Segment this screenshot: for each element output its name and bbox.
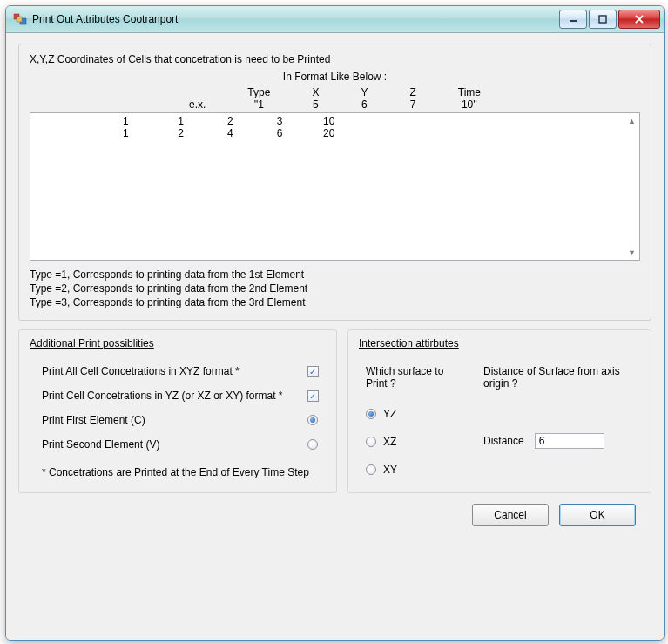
example-z: 7	[388, 98, 436, 111]
cancel-button[interactable]: Cancel	[472, 504, 549, 526]
opt-yz-label: Print Cell Concetrations in YZ (or XZ or…	[30, 390, 300, 402]
checkbox-yz[interactable]: ✓	[307, 390, 319, 402]
radio-xy-row: XY	[366, 458, 466, 482]
intersection-body: Which surface to Print ? YZ XZ XY	[359, 365, 640, 482]
example-y: 6	[340, 98, 388, 111]
radio-surface-xy[interactable]	[366, 464, 376, 475]
example-type: ''1	[226, 98, 291, 111]
radio-xz-row: XZ	[366, 430, 466, 454]
opt-first-label: Print First Element (C)	[30, 414, 300, 426]
intersection-group-title: Intersection attirbutes	[359, 337, 640, 349]
maximize-button[interactable]	[589, 10, 617, 29]
format-label-row: In Format Like Below :	[30, 71, 640, 83]
svg-rect-2	[17, 17, 22, 22]
opt-all-xyz-row: Print All Cell Concetrations in XYZ form…	[30, 365, 326, 377]
radio-surface-xz[interactable]	[366, 437, 376, 447]
dialog-content: X,Y,Z Coordinates of Cells that concetra…	[6, 33, 664, 640]
distance-label: Distance	[483, 435, 524, 447]
example-label: e.x.	[168, 98, 226, 111]
opt-yz-row: Print Cell Concetrations in YZ (or XZ or…	[30, 390, 326, 402]
opt-second-label: Print Second Element (V)	[30, 438, 300, 451]
note-2: Type =2, Corresponds to printing data fr…	[30, 281, 640, 295]
coords-textarea[interactable]: ▲ ▼ 1 1 2 3 10 1 2 4 6	[30, 112, 640, 261]
additional-group: Additional Print possiblities Print All …	[18, 329, 337, 493]
col-x: X	[291, 86, 340, 98]
opt-first-row: Print First Element (C)	[30, 414, 326, 426]
distance-row: Distance	[483, 433, 640, 449]
close-button[interactable]	[618, 10, 660, 29]
window-title: Print Out Attributes Cootranport	[32, 13, 178, 25]
note-3: Type =3, Corresponds to printing data fr…	[30, 295, 640, 309]
radio-xz-label: XZ	[383, 436, 396, 448]
col-type: Type	[226, 86, 291, 98]
example-time: 10''	[437, 98, 502, 111]
coords-textarea-content: 1 1 2 3 10 1 2 4 6 20	[36, 115, 624, 139]
distance-input[interactable]	[535, 433, 604, 449]
svg-rect-3	[570, 20, 577, 22]
surface-column: Which surface to Print ? YZ XZ XY	[366, 365, 466, 482]
coords-group: X,Y,Z Coordinates of Cells that concetra…	[18, 44, 651, 321]
ok-button[interactable]: OK	[559, 504, 636, 526]
svg-rect-4	[599, 16, 606, 23]
type-notes: Type =1, Corresponds to printing data fr…	[30, 268, 640, 309]
radio-surface-yz[interactable]	[366, 409, 376, 419]
radio-first-element[interactable]	[307, 415, 318, 425]
lower-groups: Additional Print possiblities Print All …	[18, 329, 651, 493]
minimize-button[interactable]	[559, 10, 587, 29]
radio-yz-row: YZ	[366, 402, 466, 426]
distance-column: Distance of Surface from axis origin ? D…	[483, 365, 640, 482]
scroll-down-icon[interactable]: ▼	[625, 246, 638, 259]
scroll-up-icon[interactable]: ▲	[625, 114, 638, 127]
coords-group-title: X,Y,Z Coordinates of Cells that concetra…	[30, 53, 640, 65]
opt-second-row: Print Second Element (V)	[30, 438, 326, 451]
distance-question: Distance of Surface from axis origin ?	[483, 365, 640, 390]
window-controls	[557, 10, 660, 29]
titlebar: Print Out Attributes Cootranport	[6, 6, 664, 33]
additional-footnote: * Concetrations are Printed at the End o…	[30, 466, 326, 478]
radio-yz-label: YZ	[383, 408, 396, 420]
app-icon	[13, 12, 27, 26]
radio-second-element[interactable]	[307, 439, 318, 450]
radio-xy-label: XY	[383, 464, 397, 476]
note-1: Type =1, Corresponds to printing data fr…	[30, 268, 640, 281]
opt-all-xyz-label: Print All Cell Concetrations in XYZ form…	[30, 365, 300, 377]
example-x: 5	[291, 98, 340, 111]
dialog-buttons: Cancel OK	[18, 493, 651, 526]
col-y: Y	[340, 86, 388, 98]
format-label: In Format Like Below :	[283, 71, 387, 83]
surface-question: Which surface to Print ?	[366, 365, 466, 390]
checkbox-all-xyz[interactable]: ✓	[307, 366, 319, 377]
intersection-group: Intersection attirbutes Which surface to…	[347, 329, 651, 493]
additional-group-title: Additional Print possiblities	[30, 337, 326, 349]
col-time: Time	[437, 86, 502, 98]
format-header-table: Type X Y Z Time e.x. ''1 5 6 7 10''	[168, 86, 502, 111]
dialog-window: Print Out Attributes Cootranport X,Y,Z C…	[5, 5, 665, 641]
col-z: Z	[388, 86, 436, 98]
